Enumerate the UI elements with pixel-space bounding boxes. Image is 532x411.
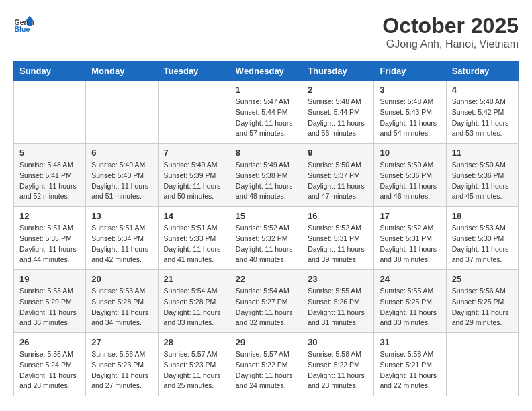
calendar-day-18: 18Sunrise: 5:53 AM Sunset: 5:30 PM Dayli… [446, 207, 518, 270]
calendar-week-5: 26Sunrise: 5:56 AM Sunset: 5:24 PM Dayli… [14, 333, 519, 396]
weekday-header-thursday: Thursday [302, 62, 374, 81]
day-number: 21 [164, 274, 224, 284]
calendar-day-24: 24Sunrise: 5:55 AM Sunset: 5:25 PM Dayli… [374, 270, 446, 333]
day-info: Sunrise: 5:48 AM Sunset: 5:42 PM Dayligh… [452, 97, 513, 139]
day-info: Sunrise: 5:56 AM Sunset: 5:23 PM Dayligh… [91, 349, 152, 392]
title-section: October 2025 GJong Anh, Hanoi, Vietnam [382, 13, 519, 50]
day-number: 16 [308, 211, 368, 221]
weekday-header-wednesday: Wednesday [230, 62, 302, 81]
day-info: Sunrise: 5:55 AM Sunset: 5:26 PM Dayligh… [308, 286, 368, 328]
day-number: 11 [452, 148, 513, 158]
calendar-day-3: 3Sunrise: 5:48 AM Sunset: 5:43 PM Daylig… [374, 81, 446, 144]
day-info: Sunrise: 5:49 AM Sunset: 5:39 PM Dayligh… [164, 160, 224, 202]
day-number: 4 [452, 85, 513, 95]
calendar-day-2: 2Sunrise: 5:48 AM Sunset: 5:44 PM Daylig… [302, 81, 374, 144]
day-number: 6 [91, 148, 152, 158]
weekday-header-monday: Monday [86, 62, 158, 81]
day-number: 2 [308, 85, 368, 95]
calendar-day-13: 13Sunrise: 5:51 AM Sunset: 5:34 PM Dayli… [86, 207, 158, 270]
day-info: Sunrise: 5:51 AM Sunset: 5:34 PM Dayligh… [91, 223, 152, 265]
logo: General Blue [13, 13, 34, 34]
day-info: Sunrise: 5:48 AM Sunset: 5:43 PM Dayligh… [380, 97, 440, 139]
day-number: 24 [380, 274, 440, 284]
calendar-day-empty [86, 81, 158, 144]
calendar-day-8: 8Sunrise: 5:49 AM Sunset: 5:38 PM Daylig… [230, 144, 302, 207]
day-number: 5 [19, 148, 80, 158]
day-number: 14 [164, 211, 224, 221]
calendar-title: October 2025 [382, 13, 519, 38]
day-info: Sunrise: 5:49 AM Sunset: 5:40 PM Dayligh… [91, 160, 152, 202]
calendar-day-16: 16Sunrise: 5:52 AM Sunset: 5:31 PM Dayli… [302, 207, 374, 270]
weekday-header-friday: Friday [374, 62, 446, 81]
day-info: Sunrise: 5:58 AM Sunset: 5:21 PM Dayligh… [380, 349, 440, 392]
day-number: 19 [19, 274, 80, 284]
day-number: 22 [236, 274, 296, 284]
page-header: General Blue October 2025 GJong Anh, Han… [13, 13, 519, 50]
day-info: Sunrise: 5:50 AM Sunset: 5:36 PM Dayligh… [380, 160, 440, 202]
calendar-day-10: 10Sunrise: 5:50 AM Sunset: 5:36 PM Dayli… [374, 144, 446, 207]
day-info: Sunrise: 5:47 AM Sunset: 5:44 PM Dayligh… [236, 97, 296, 139]
day-number: 25 [452, 274, 513, 284]
calendar-week-2: 5Sunrise: 5:48 AM Sunset: 5:41 PM Daylig… [14, 144, 519, 207]
calendar-day-empty [446, 333, 518, 396]
day-number: 7 [164, 148, 224, 158]
day-info: Sunrise: 5:57 AM Sunset: 5:23 PM Dayligh… [164, 349, 224, 392]
day-number: 29 [236, 337, 296, 347]
day-info: Sunrise: 5:48 AM Sunset: 5:41 PM Dayligh… [19, 160, 80, 202]
calendar-day-30: 30Sunrise: 5:58 AM Sunset: 5:22 PM Dayli… [302, 333, 374, 396]
calendar-subtitle: GJong Anh, Hanoi, Vietnam [382, 38, 519, 50]
calendar-day-1: 1Sunrise: 5:47 AM Sunset: 5:44 PM Daylig… [230, 81, 302, 144]
calendar-day-17: 17Sunrise: 5:52 AM Sunset: 5:31 PM Dayli… [374, 207, 446, 270]
day-info: Sunrise: 5:53 AM Sunset: 5:30 PM Dayligh… [452, 223, 513, 265]
day-info: Sunrise: 5:58 AM Sunset: 5:22 PM Dayligh… [308, 349, 368, 392]
calendar-day-22: 22Sunrise: 5:54 AM Sunset: 5:27 PM Dayli… [230, 270, 302, 333]
calendar-day-empty [14, 81, 86, 144]
day-number: 10 [380, 148, 440, 158]
day-info: Sunrise: 5:52 AM Sunset: 5:31 PM Dayligh… [308, 223, 368, 265]
day-number: 8 [236, 148, 296, 158]
day-info: Sunrise: 5:50 AM Sunset: 5:37 PM Dayligh… [308, 160, 368, 202]
day-number: 18 [452, 211, 513, 221]
svg-text:Blue: Blue [15, 25, 30, 33]
day-info: Sunrise: 5:56 AM Sunset: 5:24 PM Dayligh… [19, 349, 80, 392]
calendar-table: SundayMondayTuesdayWednesdayThursdayFrid… [13, 61, 519, 396]
calendar-day-12: 12Sunrise: 5:51 AM Sunset: 5:35 PM Dayli… [14, 207, 86, 270]
day-info: Sunrise: 5:55 AM Sunset: 5:25 PM Dayligh… [380, 286, 440, 328]
weekday-header-tuesday: Tuesday [158, 62, 230, 81]
calendar-week-4: 19Sunrise: 5:53 AM Sunset: 5:29 PM Dayli… [14, 270, 519, 333]
day-number: 27 [91, 337, 152, 347]
day-info: Sunrise: 5:48 AM Sunset: 5:44 PM Dayligh… [308, 97, 368, 139]
day-info: Sunrise: 5:56 AM Sunset: 5:25 PM Dayligh… [452, 286, 513, 328]
day-info: Sunrise: 5:53 AM Sunset: 5:29 PM Dayligh… [19, 286, 80, 328]
day-number: 13 [91, 211, 152, 221]
day-number: 20 [91, 274, 152, 284]
day-info: Sunrise: 5:54 AM Sunset: 5:27 PM Dayligh… [236, 286, 296, 328]
day-number: 28 [164, 337, 224, 347]
day-info: Sunrise: 5:54 AM Sunset: 5:28 PM Dayligh… [164, 286, 224, 328]
calendar-day-15: 15Sunrise: 5:52 AM Sunset: 5:32 PM Dayli… [230, 207, 302, 270]
day-number: 26 [19, 337, 80, 347]
calendar-day-14: 14Sunrise: 5:51 AM Sunset: 5:33 PM Dayli… [158, 207, 230, 270]
day-info: Sunrise: 5:49 AM Sunset: 5:38 PM Dayligh… [236, 160, 296, 202]
calendar-day-31: 31Sunrise: 5:58 AM Sunset: 5:21 PM Dayli… [374, 333, 446, 396]
day-number: 31 [380, 337, 440, 347]
calendar-day-6: 6Sunrise: 5:49 AM Sunset: 5:40 PM Daylig… [86, 144, 158, 207]
day-info: Sunrise: 5:57 AM Sunset: 5:22 PM Dayligh… [236, 349, 296, 392]
calendar-day-empty [158, 81, 230, 144]
day-number: 9 [308, 148, 368, 158]
weekday-header-saturday: Saturday [446, 62, 518, 81]
calendar-day-27: 27Sunrise: 5:56 AM Sunset: 5:23 PM Dayli… [86, 333, 158, 396]
calendar-day-9: 9Sunrise: 5:50 AM Sunset: 5:37 PM Daylig… [302, 144, 374, 207]
weekday-header-row: SundayMondayTuesdayWednesdayThursdayFrid… [14, 62, 519, 81]
day-number: 23 [308, 274, 368, 284]
day-number: 3 [380, 85, 440, 95]
calendar-day-19: 19Sunrise: 5:53 AM Sunset: 5:29 PM Dayli… [14, 270, 86, 333]
logo-icon: General Blue [13, 13, 34, 34]
day-number: 15 [236, 211, 296, 221]
calendar-day-21: 21Sunrise: 5:54 AM Sunset: 5:28 PM Dayli… [158, 270, 230, 333]
day-number: 12 [19, 211, 80, 221]
calendar-week-1: 1Sunrise: 5:47 AM Sunset: 5:44 PM Daylig… [14, 81, 519, 144]
calendar-day-26: 26Sunrise: 5:56 AM Sunset: 5:24 PM Dayli… [14, 333, 86, 396]
day-info: Sunrise: 5:52 AM Sunset: 5:32 PM Dayligh… [236, 223, 296, 265]
calendar-day-25: 25Sunrise: 5:56 AM Sunset: 5:25 PM Dayli… [446, 270, 518, 333]
